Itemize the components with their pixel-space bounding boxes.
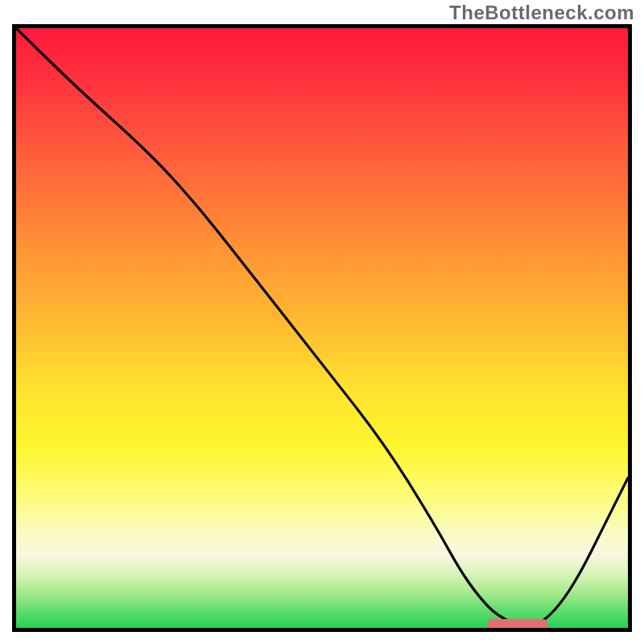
optimal-range-marker (487, 619, 548, 630)
watermark-text: TheBottleneck.com (449, 2, 634, 24)
plot-area (12, 24, 632, 632)
chart-container: TheBottleneck.com (0, 0, 644, 644)
bottleneck-curve (16, 28, 628, 628)
